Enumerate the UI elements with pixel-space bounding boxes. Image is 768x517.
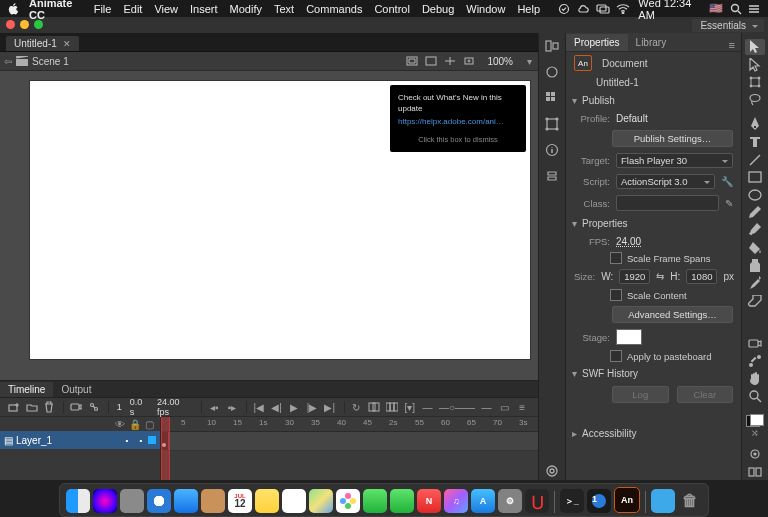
script-edit-icon[interactable]: 🔧 <box>721 176 733 187</box>
camera-tool-icon[interactable] <box>745 335 765 351</box>
tab-library[interactable]: Library <box>628 34 675 51</box>
dock-news[interactable]: N <box>417 489 441 513</box>
play-icon[interactable]: ▶ <box>286 400 302 414</box>
layer-lock-dot[interactable]: • <box>134 436 148 445</box>
subselection-tool-icon[interactable] <box>745 57 765 73</box>
section-accessibility[interactable]: ▸Accessibility <box>566 424 741 443</box>
menu-debug[interactable]: Debug <box>422 3 454 15</box>
dock-finder[interactable] <box>66 489 90 513</box>
line-tool-icon[interactable] <box>745 152 765 168</box>
dock-maps[interactable] <box>309 489 333 513</box>
menu-file[interactable]: File <box>94 3 112 15</box>
pasteboard-icon[interactable] <box>441 54 459 68</box>
width-input[interactable]: 1920 <box>619 269 650 284</box>
panel-components-icon[interactable] <box>543 167 561 185</box>
app-name[interactable]: Animate CC <box>29 0 84 21</box>
free-transform-tool-icon[interactable] <box>745 74 765 90</box>
dock-safari[interactable] <box>147 489 171 513</box>
panel-transform-icon[interactable] <box>543 115 561 133</box>
advanced-settings-button[interactable]: Advanced Settings… <box>612 306 733 323</box>
swap-colors-icon[interactable]: ⤭ <box>745 428 765 438</box>
menu-modify[interactable]: Modify <box>230 3 262 15</box>
tab-timeline[interactable]: Timeline <box>0 382 53 397</box>
layer-name[interactable]: Layer_1 <box>16 435 120 446</box>
publish-settings-button[interactable]: Publish Settings… <box>612 130 733 147</box>
panel-cc-libraries-icon[interactable] <box>543 462 561 480</box>
dock-preferences[interactable]: ⚙ <box>498 489 522 513</box>
outline-header-icon[interactable]: ▢ <box>145 419 154 430</box>
playhead[interactable] <box>161 417 170 480</box>
whats-new-tooltip[interactable]: Check out What's New in this update http… <box>390 85 526 152</box>
timeline-zoom-slider[interactable]: —○—— <box>437 400 476 414</box>
menu-insert[interactable]: Insert <box>190 3 218 15</box>
ink-bottle-tool-icon[interactable] <box>745 258 765 274</box>
target-select[interactable]: Flash Player 30 <box>616 153 733 168</box>
layer-visible-dot[interactable]: • <box>120 436 134 445</box>
hand-tool-icon[interactable] <box>745 371 765 387</box>
panel-align-icon[interactable] <box>543 37 561 55</box>
height-input[interactable]: 1080 <box>686 269 717 284</box>
clip-stage-icon[interactable] <box>422 54 440 68</box>
fps-value[interactable]: 24.00 <box>616 236 733 247</box>
selection-tool-icon[interactable] <box>745 39 765 55</box>
zoom-dropdown-icon[interactable]: ▾ <box>524 56 534 67</box>
oval-tool-icon[interactable] <box>745 187 765 203</box>
menu-text[interactable]: Text <box>274 3 294 15</box>
menu-view[interactable]: View <box>154 3 178 15</box>
scene-name[interactable]: Scene 1 <box>32 56 69 67</box>
tab-output[interactable]: Output <box>53 382 99 397</box>
camera-icon[interactable] <box>68 400 84 414</box>
close-tab-icon[interactable]: ✕ <box>63 39 71 49</box>
visibility-header-icon[interactable]: 👁 <box>115 419 125 430</box>
status-sync-icon[interactable] <box>558 3 570 15</box>
dock-facetime[interactable] <box>390 489 414 513</box>
zoom-tool-icon[interactable] <box>745 388 765 404</box>
clear-button[interactable]: Clear <box>677 386 734 403</box>
brush-tool-icon[interactable] <box>745 223 765 239</box>
lasso-tool-icon[interactable] <box>745 92 765 108</box>
dock-calendar[interactable]: JUL12 <box>228 489 252 513</box>
dock-itunes[interactable]: ♫ <box>444 489 468 513</box>
onion-skin-outlines-icon[interactable] <box>366 400 382 414</box>
timeline-view-icon[interactable]: ▭ <box>496 400 512 414</box>
dock-launchpad[interactable] <box>120 489 144 513</box>
eraser-tool-icon[interactable] <box>745 293 765 309</box>
scale-content-checkbox[interactable]: Scale Content <box>566 287 741 303</box>
zoom-window[interactable] <box>34 20 43 29</box>
dock-photos[interactable] <box>336 489 360 513</box>
text-tool-icon[interactable] <box>745 134 765 150</box>
pen-tool-icon[interactable] <box>745 116 765 132</box>
current-frame[interactable]: 1 <box>117 402 122 412</box>
dock-mail[interactable] <box>174 489 198 513</box>
bone-tool-icon[interactable] <box>745 353 765 369</box>
width-tool-icon[interactable] <box>745 311 765 327</box>
snap-to-objects-icon[interactable] <box>745 447 765 463</box>
layer-parenting-icon[interactable] <box>86 400 102 414</box>
dock-reminders[interactable] <box>282 489 306 513</box>
menu-edit[interactable]: Edit <box>123 3 142 15</box>
section-properties[interactable]: ▾Properties <box>566 214 741 233</box>
stage-color-swatch[interactable] <box>616 329 642 345</box>
layer-outline-swatch[interactable] <box>148 436 156 444</box>
dock-siri[interactable] <box>93 489 117 513</box>
status-cloud-icon[interactable] <box>576 3 590 15</box>
timeline-menu-icon[interactable]: ≡ <box>514 400 530 414</box>
dock-appstore[interactable]: A <box>471 489 495 513</box>
stage-area[interactable]: Check out What's New in this update http… <box>0 71 538 380</box>
rectangle-tool-icon[interactable] <box>745 170 765 186</box>
status-display-icon[interactable] <box>596 3 610 15</box>
loop-icon[interactable]: ↻ <box>349 400 365 414</box>
workspace-switcher[interactable]: Essentials <box>692 19 764 32</box>
menu-help[interactable]: Help <box>517 3 540 15</box>
close-window[interactable] <box>6 20 15 29</box>
menubar-clock[interactable]: Wed 12:34 AM <box>638 0 701 21</box>
panel-info-icon[interactable] <box>543 141 561 159</box>
tab-properties[interactable]: Properties <box>566 34 628 51</box>
frame-ruler[interactable]: 5 10 15 1s 30 35 40 45 2s 55 60 65 70 3s <box>161 417 538 432</box>
go-last-frame-icon[interactable]: ▶| <box>322 400 338 414</box>
panel-swatches-icon[interactable] <box>543 89 561 107</box>
pencil-tool-icon[interactable] <box>745 205 765 221</box>
status-flag-icon[interactable]: 🇺🇸 <box>709 3 723 15</box>
menu-window[interactable]: Window <box>466 3 505 15</box>
dock-terminal[interactable]: ＞_ <box>560 489 584 513</box>
